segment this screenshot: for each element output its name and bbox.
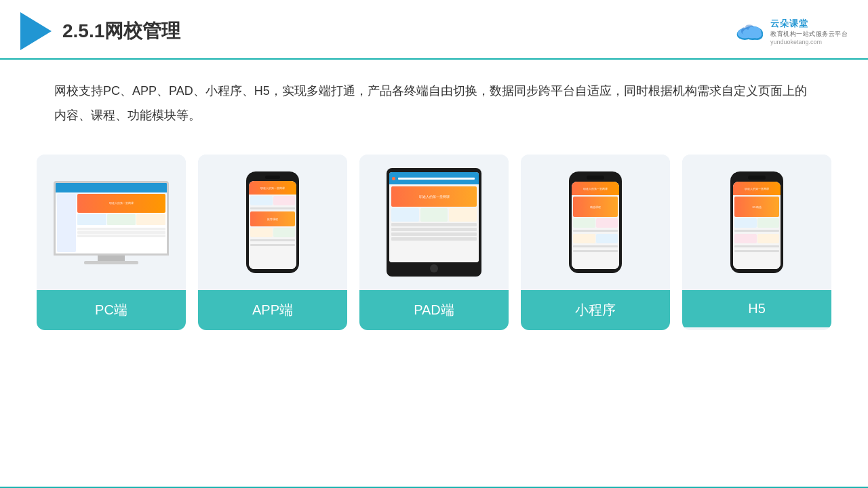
h5-phone-screen: 职途人的第一堂网课 H5精选: [733, 182, 781, 269]
card-pc-image: 职途人的第一堂网课: [37, 155, 186, 290]
card-pc-label: PC端: [37, 290, 186, 330]
card-h5: 职途人的第一堂网课 H5精选: [682, 155, 831, 330]
card-pc: 职途人的第一堂网课: [37, 155, 186, 330]
page-title: 2.5.1网校管理: [62, 18, 180, 44]
card-miniprogram-label: 小程序: [521, 290, 670, 330]
card-pad-label: PAD端: [359, 290, 509, 330]
card-pad: 职途人的第一堂网课: [359, 155, 509, 330]
card-app: 职途人的第一堂网课 推荐课程: [198, 155, 347, 330]
description-text: 网校支持PC、APP、PAD、小程序、H5，实现多端打通，产品各终端自由切换，数…: [0, 60, 868, 141]
miniprogram-phone-body: 职途人的第一堂网课 精选课程: [569, 171, 622, 273]
card-h5-label: H5: [682, 290, 831, 327]
app-phone-body: 职途人的第一堂网课 推荐课程: [246, 171, 299, 273]
tablet-body: 职途人的第一堂网课: [387, 168, 481, 277]
cards-container: 职途人的第一堂网课: [0, 141, 868, 344]
phone-notch: [265, 176, 280, 179]
logo-text: 云朵课堂 教育机构一站式服务云平台 yunduoketang.com: [770, 18, 848, 45]
header-right: 云朵课堂 教育机构一站式服务云平台 yunduoketang.com: [732, 18, 848, 45]
miniprogram-phone-screen: 职途人的第一堂网课 精选课程: [572, 182, 619, 269]
header-left: 2.5.1网校管理: [20, 12, 180, 50]
card-app-label: APP端: [198, 290, 347, 330]
card-miniprogram-image: 职途人的第一堂网课 精选课程: [521, 155, 670, 290]
logo-main: 云朵课堂: [770, 18, 808, 30]
pc-screen: 职途人的第一堂网课: [54, 181, 169, 256]
cloud-icon: [732, 20, 766, 43]
card-miniprogram: 职途人的第一堂网课 精选课程: [521, 155, 670, 330]
brand-triangle-icon: [20, 12, 52, 50]
svg-point-5: [751, 30, 762, 38]
logo-domain: yunduoketang.com: [770, 39, 822, 45]
card-pad-image: 职途人的第一堂网课: [359, 155, 509, 290]
card-app-image: 职途人的第一堂网课 推荐课程: [198, 155, 347, 290]
h5-device-mockup: 职途人的第一堂网课 H5精选: [730, 171, 784, 273]
app-phone-screen: 职途人的第一堂网课 推荐课程: [249, 181, 296, 269]
logo-sub: 教育机构一站式服务云平台: [770, 30, 848, 39]
header: 2.5.1网校管理 云朵课堂 教育机构一站式服务云平台 yunduoketang…: [0, 0, 868, 60]
phone-notch-pill: [587, 176, 604, 180]
tablet-screen: 职途人的第一堂网课: [389, 172, 479, 262]
card-h5-image: 职途人的第一堂网课 H5精选: [682, 155, 831, 290]
miniprogram-device-mockup: 职途人的第一堂网课 精选课程: [568, 171, 623, 273]
app-device-mockup: 职途人的第一堂网课 推荐课程: [245, 171, 300, 273]
pc-device-mockup: 职途人的第一堂网课: [50, 181, 172, 264]
cloud-logo: 云朵课堂 教育机构一站式服务云平台 yunduoketang.com: [732, 18, 848, 45]
h5-phone-body: 职途人的第一堂网课 H5精选: [730, 171, 783, 273]
h5-phone-notch: [748, 176, 766, 180]
pad-device-mockup: 职途人的第一堂网课: [387, 168, 481, 277]
